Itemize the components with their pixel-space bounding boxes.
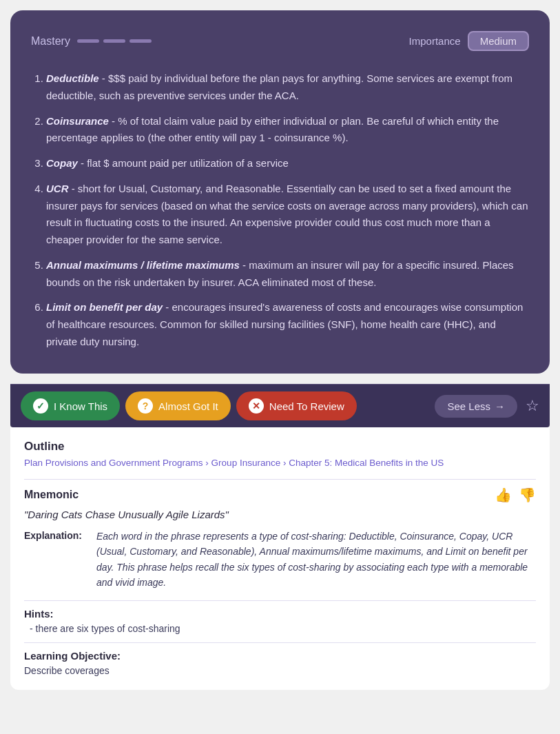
favorite-button[interactable]: ☆ <box>526 397 539 415</box>
vote-buttons: 👍 👎 <box>495 487 536 503</box>
list-item: Limit on benefit per day - encourages in… <box>46 299 529 350</box>
mastery-label: Mastery <box>31 35 70 48</box>
list-item: Deductible - $$$ paid by individual befo… <box>46 70 529 105</box>
list-item: Copay - flat $ amount paid per utilizati… <box>46 155 529 172</box>
thumbs-up-button[interactable]: 👍 <box>495 487 512 503</box>
explanation-row: Explanation: Each word in the phrase rep… <box>24 529 536 591</box>
review-icon: ✕ <box>249 398 264 414</box>
action-buttons: ✓ I Know This ? Almost Got It ✕ Need To … <box>21 391 357 420</box>
learning-objective-text: Describe coverages <box>24 665 536 676</box>
list-item: Annual maximums / lifetime maximums - ma… <box>46 257 529 292</box>
divider-1 <box>24 479 536 480</box>
explanation-label: Explanation: <box>24 529 90 591</box>
card-text: Deductible - $$$ paid by individual befo… <box>31 70 529 351</box>
divider-2 <box>24 600 536 601</box>
mastery-bar-1 <box>77 39 99 43</box>
card-header: Mastery Importance Medium <box>31 31 529 51</box>
thumbs-down-icon: 👎 <box>519 487 536 502</box>
explanation-text: Each word in the phrase represents a typ… <box>96 529 536 591</box>
thumbs-up-icon: 👍 <box>495 487 512 502</box>
mastery-section: Mastery <box>31 35 152 48</box>
divider-3 <box>24 642 536 643</box>
review-label: Need To Review <box>269 400 344 412</box>
see-less-button[interactable]: See Less → <box>435 395 517 418</box>
breadcrumb[interactable]: Plan Provisions and Government Programs … <box>24 458 536 468</box>
card-content: Deductible - $$$ paid by individual befo… <box>31 70 529 360</box>
know-icon: ✓ <box>33 398 48 414</box>
action-bar: ✓ I Know This ? Almost Got It ✕ Need To … <box>10 384 550 427</box>
content-list: Deductible - $$$ paid by individual befo… <box>31 70 529 351</box>
almost-got-it-button[interactable]: ? Almost Got It <box>125 391 231 420</box>
importance-section: Importance Medium <box>409 31 529 51</box>
mnemonic-label: Mnemonic <box>24 489 79 501</box>
importance-badge: Medium <box>468 31 529 51</box>
mastery-bar-3 <box>129 39 152 43</box>
star-icon: ☆ <box>526 397 539 414</box>
mnemonic-row: Mnemonic 👍 👎 <box>24 487 536 503</box>
almost-icon: ? <box>138 398 153 414</box>
mastery-bars <box>77 39 152 43</box>
mnemonic-text: "Daring Cats Chase Unusually Agile Lizar… <box>24 509 536 520</box>
mastery-bar-2 <box>103 39 125 43</box>
list-item: Coinsurance - % of total claim value pai… <box>46 113 529 147</box>
arrow-right-icon: → <box>495 400 505 412</box>
hint-text: - there are six types of cost-sharing <box>30 623 536 634</box>
flashcard: Mastery Importance Medium Deductible - $… <box>10 10 550 374</box>
learning-objective-label: Learning Objective: <box>24 650 536 662</box>
hints-label: Hints: <box>24 608 536 620</box>
outline-header: Outline <box>24 440 536 453</box>
need-review-button[interactable]: ✕ Need To Review <box>236 391 357 420</box>
thumbs-down-button[interactable]: 👎 <box>519 487 536 503</box>
list-item: UCR - short for Usual, Customary, and Re… <box>46 181 529 249</box>
almost-label: Almost Got It <box>158 400 218 412</box>
know-this-button[interactable]: ✓ I Know This <box>21 391 120 420</box>
lower-section: Outline Plan Provisions and Government P… <box>10 427 550 690</box>
action-right: See Less → ☆ <box>435 395 539 418</box>
know-label: I Know This <box>54 400 107 412</box>
importance-label: Importance <box>409 35 461 47</box>
see-less-label: See Less <box>447 400 490 412</box>
